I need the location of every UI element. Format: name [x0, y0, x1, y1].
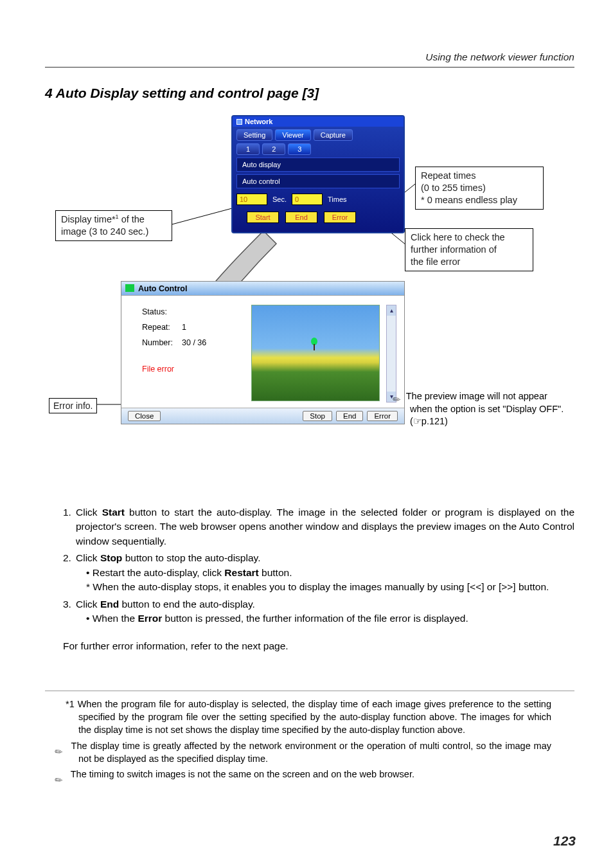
callout-display-time-l1: Display time*	[61, 214, 116, 224]
auto-control-window: Auto Control Status: Repeat:1 Number:30 …	[121, 281, 405, 424]
ac-error-button[interactable]: Error	[367, 411, 398, 421]
number-label: Number:	[142, 336, 182, 351]
svg-line-0	[167, 206, 242, 226]
tab-1[interactable]: 1	[236, 143, 260, 155]
network-title-text: Network	[245, 118, 272, 125]
s2s1b: Restart	[224, 567, 258, 578]
auto-control-titlebar: Auto Control	[121, 282, 404, 296]
status-label: Status:	[142, 305, 182, 320]
callout-error-l1: Click here to check the	[411, 232, 505, 242]
preview-note-text: The preview image will not appear when t…	[404, 391, 564, 426]
s2b: Stop	[100, 552, 122, 563]
close-button[interactable]: Close	[128, 411, 161, 421]
ac-end-button[interactable]: End	[336, 411, 363, 421]
s3c: button to end the auto-display.	[119, 599, 255, 610]
s2c: button to stop the auto-display.	[122, 552, 260, 563]
tab-2[interactable]: 2	[262, 143, 285, 155]
s3a: Click	[76, 599, 100, 610]
s2a: Click	[76, 552, 100, 563]
tab-viewer[interactable]: Viewer	[275, 129, 310, 141]
preview-image	[251, 305, 380, 401]
network-titlebar: Network	[233, 116, 404, 127]
s1b: Start	[102, 507, 125, 518]
preview-note: ✎ The preview image will not appear when…	[401, 390, 568, 428]
s1c: button to start the auto-display. The im…	[76, 507, 574, 547]
footnote-3-text: The timing to switch images is not the s…	[68, 769, 414, 779]
figure-area: Network Setting Viewer Capture 1 2 3 Aut…	[45, 115, 574, 498]
callout-error-click: Click here to check the further informat…	[405, 228, 533, 271]
scroll-up-icon[interactable]: ▴	[387, 305, 396, 316]
scrollbar[interactable]: ▴ ▾	[386, 305, 396, 402]
error-button[interactable]: Error	[324, 212, 356, 223]
tab-setting[interactable]: Setting	[236, 129, 272, 141]
end-button[interactable]: End	[285, 212, 317, 223]
s3s1b: Error	[138, 613, 162, 624]
sec-label: Sec.	[272, 195, 287, 203]
auto-control-title: Auto Control	[138, 284, 187, 293]
callout-error-info: Error info.	[49, 398, 97, 413]
s2s1a: • Restart the auto-display, click	[86, 567, 224, 578]
running-head: Using the network viewer function	[45, 51, 574, 68]
callout-error-l2: further information of	[411, 244, 497, 255]
callout-error-l3: the file error	[411, 257, 460, 267]
callout-repeat-l1: Repeat times	[421, 170, 475, 181]
callout-display-time-l2: image (3 to 240 sec.)	[61, 226, 148, 237]
s2s1c: button.	[259, 567, 292, 578]
callout-display-time-l1b: of the	[119, 214, 145, 224]
menu-auto-display[interactable]: Auto display	[236, 158, 400, 172]
section-title: 4 Auto Display setting and control page …	[45, 86, 574, 101]
start-button[interactable]: Start	[247, 212, 279, 223]
callout-display-time: Display time*1 of the image (3 to 240 se…	[55, 210, 172, 241]
times-label: Times	[328, 195, 347, 203]
s3b: End	[100, 599, 119, 610]
display-time-field[interactable]: 10	[236, 194, 267, 205]
repeat-value: 1	[182, 323, 186, 332]
repeat-label: Repeat:	[142, 320, 182, 336]
page-number: 123	[553, 833, 576, 849]
s3s1a: • When the	[86, 613, 138, 624]
callout-repeat-times: Repeat times (0 to 255 times) * 0 means …	[415, 167, 544, 210]
footnote-rule	[45, 691, 574, 691]
s1a: Click	[76, 507, 102, 518]
network-screenshot: Network Setting Viewer Capture 1 2 3 Aut…	[231, 115, 405, 233]
instruction-list: 1.Click Start button to start the auto-d…	[63, 505, 574, 626]
footnote-3: ✎ The timing to switch images is not the…	[66, 768, 551, 781]
tree-icon	[311, 338, 317, 350]
tab-3[interactable]: 3	[288, 143, 311, 155]
repeat-times-field[interactable]: 0	[292, 194, 323, 205]
footnote-2: ✎ The display time is greatly affected b…	[66, 739, 551, 766]
further-info-para: For further error information, refer to …	[63, 640, 574, 652]
callout-repeat-l3: * 0 means endless play	[421, 195, 517, 205]
number-value: 30 / 36	[182, 338, 206, 347]
menu-auto-control[interactable]: Auto control	[236, 174, 400, 188]
stop-button[interactable]: Stop	[303, 411, 332, 421]
s3s1c: button is pressed, the further informati…	[162, 613, 468, 624]
s2s2: * When the auto-display stops, it enable…	[86, 580, 574, 594]
file-error-text: File error	[142, 362, 238, 377]
logo-icon	[125, 284, 134, 292]
footnote-1: *1 When the program file for auto-displa…	[66, 698, 551, 737]
footnote-2-text: The display time is greatly affected by …	[68, 741, 551, 764]
callout-repeat-l2: (0 to 255 times)	[421, 183, 486, 193]
tab-capture[interactable]: Capture	[314, 129, 353, 141]
